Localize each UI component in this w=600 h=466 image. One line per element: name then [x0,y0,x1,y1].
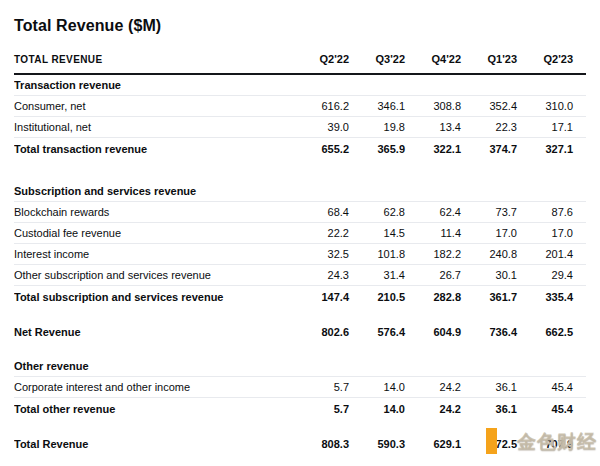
revenue-table: TOTAL REVENUE Q2'22Q3'22Q4'22Q1'23Q2'23 … [14,53,586,454]
row-label: Consumer, net [14,100,293,112]
row-label: Net Revenue [14,326,293,338]
cell-value: 14.0 [349,403,405,415]
cell-value: 14.0 [349,381,405,393]
cell-value: 361.7 [461,291,517,303]
cell-value: 802.6 [293,326,349,338]
revenue-report-page: Total Revenue ($M) TOTAL REVENUE Q2'22Q3… [0,0,600,454]
cell-value: 17.1 [517,121,573,133]
cell-value: 576.4 [349,326,405,338]
column-header-3: Q4'22 [405,53,461,65]
cell-value: 45.4 [517,403,573,415]
cell-value: 22.3 [461,121,517,133]
row-label: Corporate interest and other income [14,381,293,393]
column-header-2: Q3'22 [349,53,405,65]
cell-value: 210.5 [349,291,405,303]
cell-value: 13.4 [405,121,461,133]
cell-value: 17.0 [517,227,573,239]
table-row: Institutional, net39.019.813.422.317.1 [14,117,586,138]
row-label: Transaction revenue [14,79,573,91]
table-row: Custodial fee revenue22.214.511.417.017.… [14,223,586,244]
table-row: Total other revenue5.714.024.236.145.4 [14,398,586,419]
table-row: Total transaction revenue655.2365.9322.1… [14,138,586,159]
cell-value: 24.3 [293,269,349,281]
cell-value: 62.8 [349,206,405,218]
row-label: Subscription and services revenue [14,185,573,197]
cell-value: 629.1 [405,438,461,450]
table-row: Other subscription and services revenue2… [14,265,586,286]
page-title: Total Revenue ($M) [14,17,586,35]
cell-value: 374.7 [461,143,517,155]
cell-value: 73.7 [461,206,517,218]
cell-value: 39.0 [293,121,349,133]
table-row: Interest income32.5101.8182.2240.8201.4 [14,244,586,265]
table-row: Total subscription and services revenue1… [14,286,586,307]
table-header-label: TOTAL REVENUE [14,54,293,65]
cell-value: 282.8 [405,291,461,303]
row-label: Total other revenue [14,403,293,415]
cell-value: 590.3 [349,438,405,450]
row-label: Interest income [14,248,293,260]
table-spacer [14,419,586,433]
column-header-5: Q2'23 [517,53,573,65]
row-label: Other revenue [14,360,573,372]
revenue-table-body: Transaction revenueConsumer, net616.2346… [14,75,586,454]
column-header-1: Q2'22 [293,53,349,65]
section-header-row: Transaction revenue [14,75,586,96]
table-spacer [14,159,586,181]
cell-value: 240.8 [461,248,517,260]
row-label: Total Revenue [14,438,293,450]
cell-value: 616.2 [293,100,349,112]
cell-value: 45.4 [517,381,573,393]
cell-value: 24.2 [405,403,461,415]
cell-value: 604.9 [405,326,461,338]
cell-value: 68.4 [293,206,349,218]
cell-value: 17.0 [461,227,517,239]
table-header-row: TOTAL REVENUE Q2'22Q3'22Q4'22Q1'23Q2'23 [14,53,586,75]
cell-value: 335.4 [517,291,573,303]
cell-value: 32.5 [293,248,349,260]
cell-value: 62.4 [405,206,461,218]
cell-value: 772.5 [461,438,517,450]
cell-value: 101.8 [349,248,405,260]
cell-value: 808.3 [293,438,349,450]
cell-value: 5.7 [293,381,349,393]
cell-value: 31.4 [349,269,405,281]
table-row: Corporate interest and other income5.714… [14,377,586,398]
cell-value: 736.4 [461,326,517,338]
cell-value: 11.4 [405,227,461,239]
cell-value: 24.2 [405,381,461,393]
cell-value: 352.4 [461,100,517,112]
cell-value: 662.5 [517,326,573,338]
table-row: Net Revenue802.6576.4604.9736.4662.5 [14,321,586,342]
cell-value: 36.1 [461,403,517,415]
cell-value: 182.2 [405,248,461,260]
section-header-row: Subscription and services revenue [14,181,586,202]
cell-value: 201.4 [517,248,573,260]
cell-value: 655.2 [293,143,349,155]
cell-value: 36.1 [461,381,517,393]
row-label: Other subscription and services revenue [14,269,293,281]
cell-value: 327.1 [517,143,573,155]
table-row: Consumer, net616.2346.1308.8352.4310.0 [14,96,586,117]
cell-value: 147.4 [293,291,349,303]
section-header-row: Other revenue [14,356,586,377]
cell-value: 365.9 [349,143,405,155]
row-label: Custodial fee revenue [14,227,293,239]
cell-value: 322.1 [405,143,461,155]
table-row: Total Revenue808.3590.3629.1772.5707.9 [14,433,586,454]
cell-value: 29.4 [517,269,573,281]
row-label: Total subscription and services revenue [14,291,293,303]
row-label: Institutional, net [14,121,293,133]
cell-value: 707.9 [517,438,573,450]
table-spacer [14,342,586,356]
table-row: Blockchain rewards68.462.862.473.787.6 [14,202,586,223]
cell-value: 14.5 [349,227,405,239]
cell-value: 22.2 [293,227,349,239]
row-label: Total transaction revenue [14,143,293,155]
cell-value: 26.7 [405,269,461,281]
cell-value: 346.1 [349,100,405,112]
column-header-4: Q1'23 [461,53,517,65]
cell-value: 308.8 [405,100,461,112]
table-spacer [14,307,586,321]
cell-value: 310.0 [517,100,573,112]
